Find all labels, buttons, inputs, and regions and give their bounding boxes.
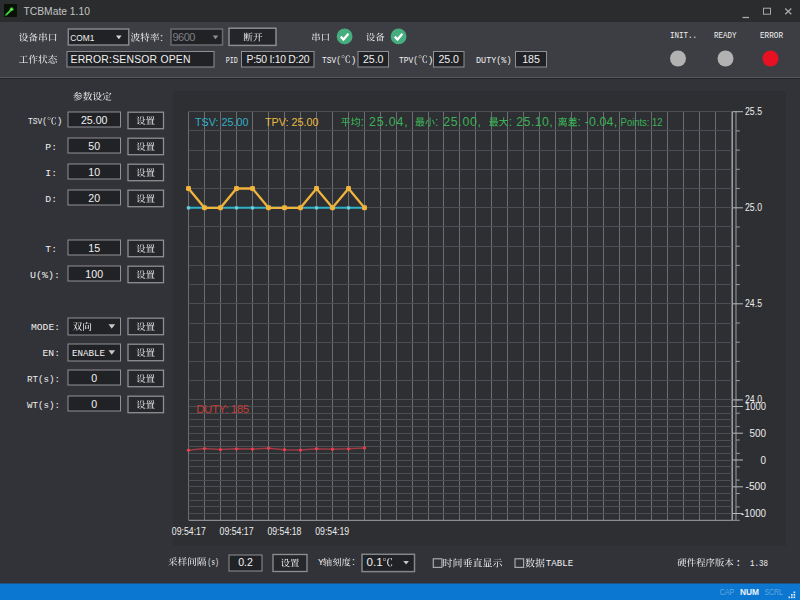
svg-text:WT(s):: WT(s): [27,400,60,411]
svg-text:09:54:17: 09:54:17 [220,526,254,537]
svg-text:DUTY: 185: DUTY: 185 [196,403,249,415]
svg-text:25.0: 25.0 [745,202,762,213]
svg-text:-1000: -1000 [741,508,766,519]
svg-text:D:: D: [45,194,57,205]
svg-text:: 25.04,: : 25.04, [361,115,408,129]
svg-text::: : [735,558,741,569]
svg-text::: : [352,555,355,567]
svg-text:Points: 12: Points: 12 [621,116,663,128]
svg-text:TCBMate 1.10: TCBMate 1.10 [24,6,91,17]
svg-text:ERROR:SENSOR OPEN: ERROR:SENSOR OPEN [71,54,191,65]
svg-text:MODE:: MODE: [31,322,60,333]
svg-text:SCRL: SCRL [764,586,783,597]
svg-text:: -0.04,: : -0.04, [578,115,618,129]
svg-text:0: 0 [91,398,97,410]
svg-text:500: 500 [750,428,767,439]
svg-text:ENABLE: ENABLE [72,348,105,359]
svg-text:0: 0 [761,455,767,466]
svg-text:U(%):: U(%): [30,270,60,281]
svg-text:0: 0 [91,372,97,384]
svg-text:Y: Y [318,557,324,568]
svg-text:TSV: 25.00: TSV: 25.00 [195,116,249,128]
svg-text:25.5: 25.5 [745,106,762,117]
svg-text:: 25.00,: : 25.00, [435,115,481,129]
svg-text:): ) [57,116,63,127]
svg-text:T:: T: [45,244,57,255]
svg-text:10: 10 [88,166,100,178]
svg-text:0.2: 0.2 [238,556,253,568]
svg-text:: 25.10,: : 25.10, [509,115,553,129]
svg-text:24.5: 24.5 [745,298,762,309]
svg-text:TABLE: TABLE [546,558,574,569]
svg-text:TSV(: TSV( [28,116,47,127]
svg-text:RT(s):: RT(s): [27,374,60,385]
svg-text:09:54:18: 09:54:18 [267,526,301,537]
svg-text:20: 20 [88,192,100,204]
svg-text:25.00: 25.00 [81,114,108,126]
svg-text:(s): (s) [207,557,219,568]
svg-text:-500: -500 [746,481,767,492]
svg-text:ERROR: ERROR [760,30,783,41]
svg-text:EN:: EN: [43,348,61,359]
svg-text:09:54:17: 09:54:17 [172,526,206,537]
svg-text:0.1: 0.1 [367,555,383,568]
svg-text:CAP: CAP [719,586,734,597]
svg-text:100: 100 [85,268,103,280]
svg-text:): ) [428,55,434,66]
svg-text:INIT..: INIT.. [670,30,697,41]
svg-text:PID: PID [226,55,238,66]
svg-text:NUM: NUM [740,586,759,597]
svg-text:TPV: 25.00: TPV: 25.00 [265,116,319,128]
svg-text:25.0: 25.0 [438,53,459,65]
svg-text:READY: READY [714,30,737,41]
svg-text:TSV(: TSV( [322,55,341,66]
svg-text:50: 50 [88,140,100,152]
svg-text:COM1: COM1 [70,32,94,43]
svg-text:25.0: 25.0 [363,53,384,65]
svg-text:TPV(: TPV( [399,55,418,66]
svg-text:): ) [351,55,357,66]
svg-text:09:54:19: 09:54:19 [315,526,349,537]
svg-text::: : [160,31,163,43]
svg-text:P:50 I:10 D:20: P:50 I:10 D:20 [247,54,310,65]
svg-text:185: 185 [522,53,540,65]
svg-text:P:: P: [45,142,57,153]
svg-text:1.38: 1.38 [750,558,768,569]
svg-text:15: 15 [88,242,100,254]
svg-text:1000: 1000 [745,401,766,412]
svg-text:I:: I: [45,168,57,179]
svg-text:9600: 9600 [172,31,195,43]
svg-text:DUTY(%): DUTY(%) [476,55,512,66]
